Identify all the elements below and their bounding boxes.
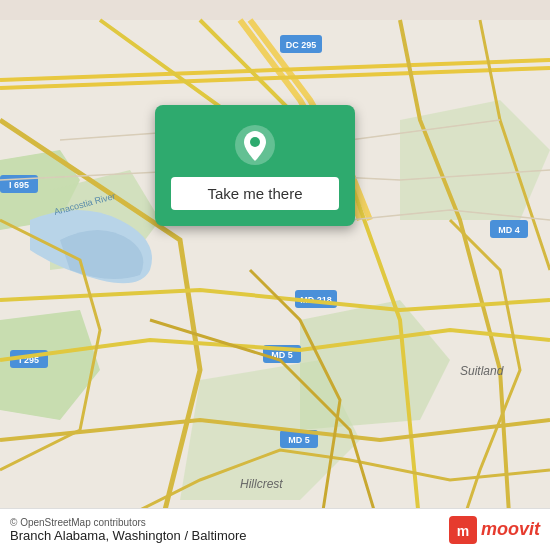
svg-text:m: m bbox=[457, 523, 469, 539]
map-background: DC 295 I 695 MD 4 MD 218 MD 5 MD 5 I 295 bbox=[0, 0, 550, 550]
moovit-logo: m moovit bbox=[449, 516, 540, 544]
map-container: DC 295 I 695 MD 4 MD 218 MD 5 MD 5 I 295 bbox=[0, 0, 550, 550]
location-label: Branch Alabama, Washington / Baltimore bbox=[10, 528, 247, 543]
bottom-bar: © OpenStreetMap contributors Branch Alab… bbox=[0, 508, 550, 550]
svg-text:MD 4: MD 4 bbox=[498, 225, 520, 235]
svg-text:DC 295: DC 295 bbox=[286, 40, 317, 50]
svg-text:Hillcrest: Hillcrest bbox=[240, 477, 283, 491]
svg-text:MD 5: MD 5 bbox=[288, 435, 310, 445]
svg-point-26 bbox=[250, 137, 260, 147]
moovit-logo-icon: m bbox=[449, 516, 477, 544]
take-me-there-button[interactable]: Take me there bbox=[171, 177, 339, 210]
svg-text:Suitland: Suitland bbox=[460, 364, 504, 378]
location-pin-icon bbox=[233, 123, 277, 167]
bottom-info: © OpenStreetMap contributors Branch Alab… bbox=[10, 517, 247, 543]
svg-text:I 695: I 695 bbox=[9, 180, 29, 190]
osm-credit: © OpenStreetMap contributors bbox=[10, 517, 247, 528]
popup-card: Take me there bbox=[155, 105, 355, 226]
moovit-text: moovit bbox=[481, 519, 540, 540]
